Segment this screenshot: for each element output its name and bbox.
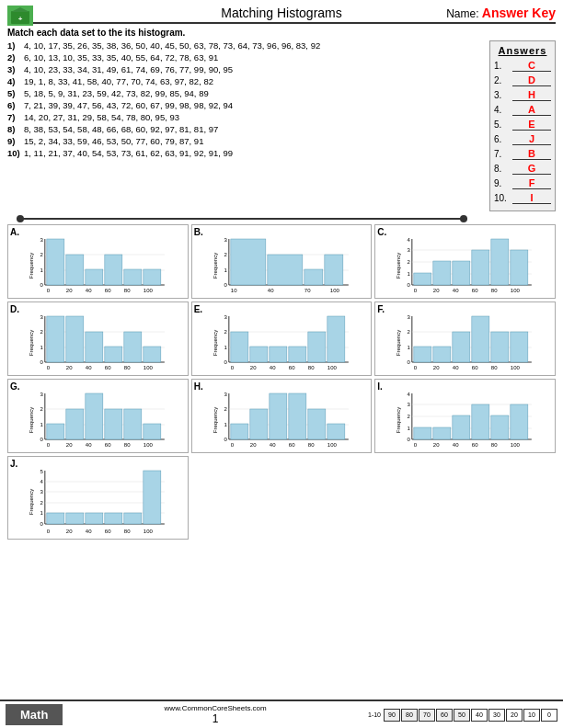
- svg-text:3: 3: [224, 237, 227, 243]
- svg-text:4: 4: [408, 392, 411, 397]
- svg-text:60: 60: [288, 442, 294, 448]
- footer-scores: 1-10 90 80 70 60 50 40 30 20 10 0: [368, 709, 557, 722]
- svg-text:0: 0: [230, 442, 234, 448]
- svg-text:3: 3: [40, 314, 43, 320]
- ans-row-3: 3. H: [494, 89, 551, 101]
- hist-J-label: J.: [10, 459, 186, 469]
- question-7: 7) 14, 20, 27, 31, 29, 58, 54, 78, 80, 9…: [7, 112, 488, 122]
- svg-rect-140: [124, 409, 142, 439]
- header: + Matching Histograms Name: Answer Key: [7, 6, 556, 24]
- svg-rect-53: [433, 261, 451, 285]
- svg-rect-78: [144, 347, 161, 362]
- footer-math-badge: Math: [6, 704, 63, 725]
- ans-row-7: 7. B: [494, 148, 551, 160]
- svg-text:1: 1: [224, 422, 227, 427]
- svg-text:4: 4: [40, 479, 43, 484]
- svg-text:0: 0: [224, 282, 227, 288]
- score-40: 40: [471, 709, 488, 722]
- q1-num: 1): [7, 40, 24, 51]
- main-content: 1) 4, 10, 17, 35, 26, 35, 38, 36, 50, 40…: [7, 40, 556, 211]
- svg-text:80: 80: [124, 288, 131, 293]
- svg-text:Frequency: Frequency: [396, 330, 401, 356]
- svg-rect-52: [414, 273, 431, 285]
- histogram-B: B. Frequency 0 1 2 3: [191, 224, 373, 299]
- svg-text:Frequency: Frequency: [212, 253, 217, 279]
- ans-val-3: H: [512, 89, 551, 101]
- svg-text:3: 3: [408, 247, 411, 253]
- svg-rect-205: [47, 513, 64, 524]
- svg-text:60: 60: [105, 365, 111, 370]
- svg-text:80: 80: [307, 365, 314, 370]
- svg-rect-35: [304, 269, 322, 285]
- svg-rect-13: [66, 255, 84, 285]
- svg-rect-76: [105, 347, 122, 362]
- q9-text: 15, 2, 34, 33, 59, 46, 53, 50, 77, 60, 7…: [24, 136, 488, 146]
- svg-rect-16: [124, 269, 142, 285]
- ans-val-5: E: [512, 119, 551, 131]
- ans-row-9: 9. F: [494, 177, 551, 189]
- ans-num-4: 4.: [494, 105, 512, 115]
- svg-text:0: 0: [414, 288, 418, 293]
- hist-E-label: E.: [194, 304, 370, 314]
- ans-num-3: 3.: [494, 90, 512, 100]
- svg-text:0: 0: [414, 442, 418, 448]
- svg-text:100: 100: [144, 365, 154, 370]
- svg-text:80: 80: [491, 365, 498, 370]
- svg-text:100: 100: [329, 288, 339, 293]
- svg-text:0: 0: [224, 437, 227, 442]
- svg-rect-160: [288, 393, 305, 439]
- question-8: 8) 8, 38, 53, 54, 58, 48, 66, 68, 60, 92…: [7, 124, 488, 134]
- svg-rect-181: [433, 427, 451, 439]
- svg-text:40: 40: [453, 365, 459, 370]
- svg-text:40: 40: [267, 288, 273, 293]
- svg-text:4: 4: [408, 237, 411, 243]
- hist-H-label: H.: [194, 381, 370, 392]
- svg-text:3: 3: [408, 314, 411, 320]
- svg-text:0: 0: [230, 365, 234, 370]
- hist-F-chart: Frequency 0 1 2 3 0: [377, 314, 553, 371]
- ans-num-5: 5.: [494, 119, 512, 130]
- svg-text:20: 20: [433, 442, 440, 448]
- q3-num: 3): [7, 64, 24, 74]
- svg-text:2: 2: [408, 259, 411, 265]
- svg-text:0: 0: [47, 365, 51, 370]
- ans-num-6: 6.: [494, 134, 512, 144]
- svg-text:0: 0: [47, 529, 51, 534]
- q6-text: 7, 21, 39, 39, 47, 56, 43, 72, 60, 67, 9…: [24, 100, 488, 110]
- hist-D-chart: Frequency 0 1 2 3 0: [10, 314, 186, 371]
- svg-text:3: 3: [40, 237, 43, 243]
- svg-text:2: 2: [408, 414, 411, 419]
- svg-rect-98: [307, 332, 325, 362]
- histogram-C: C. Frequency 0 1 2 3 4: [374, 224, 556, 299]
- hist-E-chart: Frequency 0 1 2 3 0: [194, 314, 370, 371]
- svg-text:1: 1: [408, 426, 411, 431]
- ans-val-10: I: [512, 192, 551, 204]
- ans-row-4: 4. A: [494, 104, 551, 116]
- svg-marker-1: [11, 7, 29, 12]
- svg-rect-184: [491, 415, 509, 439]
- math-label: Math: [20, 708, 48, 722]
- header-name-area: Name: Answer Key: [446, 6, 556, 20]
- svg-text:0: 0: [408, 437, 411, 442]
- svg-text:1: 1: [224, 267, 227, 273]
- svg-text:+: +: [18, 15, 23, 23]
- svg-text:40: 40: [269, 442, 275, 448]
- svg-text:20: 20: [249, 442, 256, 448]
- slider-area: [7, 215, 556, 222]
- histogram-E: E. Frequency 0 1 2 3: [191, 301, 373, 376]
- answers-title: Answers: [494, 45, 551, 56]
- score-0: 0: [541, 709, 557, 722]
- svg-rect-138: [86, 393, 103, 439]
- svg-rect-136: [47, 424, 64, 439]
- svg-text:40: 40: [86, 529, 92, 534]
- svg-text:20: 20: [66, 442, 73, 448]
- svg-text:2: 2: [40, 406, 43, 412]
- svg-text:1: 1: [40, 510, 43, 516]
- svg-text:3: 3: [40, 489, 43, 495]
- footer-page: 1: [63, 712, 368, 725]
- ans-num-8: 8.: [494, 164, 512, 174]
- svg-text:1: 1: [408, 345, 411, 350]
- hist-H-chart: Frequency 0 1 2 3 0: [194, 392, 370, 449]
- q3-text: 4, 10, 23, 33, 34, 31, 49, 61, 74, 69, 7…: [24, 64, 488, 74]
- svg-text:Frequency: Frequency: [29, 489, 34, 515]
